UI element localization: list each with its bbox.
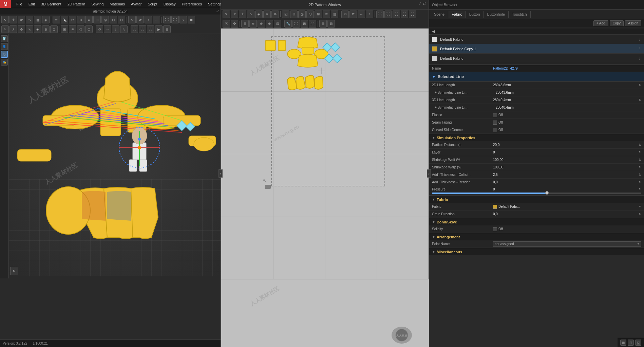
miscellaneous-header[interactable]: ▼ Miscellaneous — [429, 248, 644, 255]
tool-r16[interactable]: ⛶ — [131, 25, 138, 33]
fabric-props-header[interactable]: ▼ Fabric — [429, 196, 644, 203]
pt2-tool5[interactable]: ⊗ — [258, 20, 265, 28]
tool-r13[interactable]: ↔ — [104, 25, 111, 33]
side-btn-3[interactable]: ⬡ — [1, 51, 8, 58]
fabric-dropdown[interactable]: Default Fabr... ▼ — [493, 205, 641, 209]
pt-tool5[interactable]: ◈ — [255, 11, 263, 18]
tool16[interactable]: ⟲ — [128, 16, 136, 23]
tab-scene[interactable]: Scene — [431, 11, 448, 18]
prop-particle-distance-arrow[interactable]: ↻ — [639, 143, 641, 147]
bottom-btn-3[interactable]: ◱ — [635, 340, 641, 346]
pt2-tool9[interactable]: ⛶ — [292, 20, 300, 28]
pt-tool16[interactable]: ⟳ — [349, 11, 357, 18]
tool-r18[interactable]: ⛶ — [147, 25, 154, 33]
pattern-expand-icon[interactable]: ⤢ — [418, 1, 421, 6]
tool9[interactable]: ✂ — [69, 16, 76, 23]
pt2-tool11[interactable]: ⛶ — [309, 20, 316, 28]
tool-r10[interactable]: ◷ — [77, 25, 84, 33]
menu-script[interactable]: Script — [145, 1, 160, 7]
pt2-tool1[interactable]: ⇱ — [223, 20, 230, 28]
bottom-btn-2[interactable]: ⊟ — [628, 340, 634, 346]
fabric-dropdown-arrow[interactable]: ▼ — [639, 205, 641, 208]
tool-r8[interactable]: ⊞ — [61, 25, 68, 33]
prop-solidify-toggle[interactable]: Off — [493, 227, 503, 231]
pt-tool6[interactable]: ✏ — [263, 11, 271, 18]
tab-fabric[interactable]: Fabric — [448, 11, 466, 18]
tool7[interactable]: ✏ — [53, 16, 60, 23]
tool-r1[interactable]: ↖ — [1, 25, 9, 33]
tab-topstitch[interactable]: Topstitch — [509, 11, 530, 18]
right-panel-arrow[interactable]: › — [427, 169, 431, 178]
simulation-props-header[interactable]: ▼ Simulation Properties — [429, 134, 644, 141]
bond-skive-header[interactable]: ▼ Bond/Skive — [429, 218, 644, 225]
prop-pressure-arrow[interactable]: ↻ — [639, 187, 641, 191]
prop-thickness-render-arrow[interactable]: ↻ — [639, 180, 641, 184]
elastic-checkbox[interactable] — [493, 113, 497, 117]
pt-tool8[interactable]: ◱ — [282, 11, 289, 18]
solidify-checkbox[interactable] — [493, 227, 497, 231]
tool22[interactable]: ▷ — [179, 16, 187, 23]
assign-fabric-button[interactable]: Assign — [625, 20, 641, 26]
prop-layer-arrow[interactable]: ↻ — [639, 150, 641, 154]
point-name-dropdown-arrow[interactable]: ▼ — [637, 242, 640, 245]
select-tool[interactable]: ↖ — [1, 16, 9, 23]
pt-tool13[interactable]: ≋ — [323, 11, 330, 18]
tool-r14[interactable]: ↕ — [112, 25, 119, 33]
prop-shrinkage-warp-arrow[interactable]: ↻ — [639, 165, 641, 169]
prop-shrinkage-weft-arrow[interactable]: ↻ — [639, 158, 641, 162]
pressure-slider[interactable] — [432, 193, 641, 194]
menu-edit[interactable]: Edit — [26, 1, 38, 7]
tool23[interactable]: ⏹ — [188, 16, 195, 23]
pt2-tool3[interactable]: ⊞ — [241, 20, 249, 28]
pt-tool18[interactable]: ↕ — [366, 11, 373, 18]
pt-tool14[interactable]: ▦ — [331, 11, 338, 18]
pt-tool7[interactable]: ⊕ — [271, 11, 279, 18]
prop-2d-line-length-arrow[interactable]: ↻ — [639, 83, 641, 87]
fabric-item-default[interactable]: Default Fabric ⋮ — [429, 35, 644, 44]
side-btn-2[interactable]: 👤 — [1, 43, 8, 50]
arrangement-header[interactable]: ▼ Arrangement — [429, 233, 644, 240]
tool12[interactable]: ⊞ — [93, 16, 101, 23]
seam-taping-checkbox[interactable] — [493, 121, 497, 125]
menu-preferences[interactable]: Preferences — [179, 1, 205, 7]
tool18[interactable]: ↕ — [145, 16, 152, 23]
point-name-dropdown[interactable]: not assigned ▼ — [493, 241, 641, 247]
prop-elastic-toggle[interactable]: Off — [493, 113, 503, 117]
tool-r2[interactable]: ↗ — [10, 25, 17, 33]
viewport-3d[interactable]: 人人素材社区 人人素材社区 www.rrcg.cn — [9, 34, 221, 276]
tool-r11[interactable]: ⬡ — [85, 25, 93, 33]
tool-r3[interactable]: ✛ — [18, 25, 25, 33]
tool-r15[interactable]: ⤡ — [120, 25, 128, 33]
pt-tool17[interactable]: ↔ — [358, 11, 365, 18]
fabric-menu-default[interactable]: ⋮ — [638, 37, 641, 41]
prop-thickness-collide-arrow[interactable]: ↻ — [639, 173, 641, 177]
prop-3d-line-length-arrow[interactable]: ↻ — [639, 98, 641, 102]
side-btn-1[interactable]: 👕 — [1, 35, 8, 42]
pt-tool2[interactable]: ↗ — [231, 11, 238, 18]
pt-tool11[interactable]: ⬡ — [306, 11, 314, 18]
menu-3d-garment[interactable]: 3D Garment — [38, 1, 64, 7]
pt-tool23[interactable]: ⛶ — [409, 11, 416, 18]
prop-grain-direction-arrow[interactable]: ↻ — [639, 212, 641, 216]
pt-tool20[interactable]: ⛶ — [384, 11, 392, 18]
menu-file[interactable]: File — [14, 1, 25, 7]
tool19[interactable]: ↔ — [153, 16, 160, 23]
pt-tool12[interactable]: ⊞ — [315, 11, 322, 18]
tab-button[interactable]: Button — [466, 11, 484, 18]
fabric-menu-copy1[interactable]: ⋮ — [638, 47, 641, 51]
pt-tool9[interactable]: ⊟ — [290, 11, 298, 18]
tool-r19[interactable]: ▶ — [155, 25, 163, 33]
add-fabric-button[interactable]: + Add — [593, 20, 608, 26]
left-panel-arrow[interactable]: ‹ — [219, 169, 223, 178]
tool6[interactable]: ◈ — [42, 16, 50, 23]
pt2-tool12[interactable]: ⊞ — [319, 20, 327, 28]
pt-tool22[interactable]: ⛶ — [401, 11, 408, 18]
side-btn-4[interactable]: 🎭 — [1, 59, 8, 66]
pt2-tool6[interactable]: ⊕ — [266, 20, 273, 28]
expand-icon[interactable]: ⤢ — [216, 9, 219, 13]
pt2-tool10[interactable]: ⊠ — [301, 20, 308, 28]
move-tool[interactable]: ✛ — [10, 16, 17, 23]
menu-materials[interactable]: Materials — [107, 1, 128, 7]
pt2-tool13[interactable]: ⊟ — [327, 20, 335, 28]
selected-line-arrow[interactable]: ▼ — [432, 75, 436, 79]
